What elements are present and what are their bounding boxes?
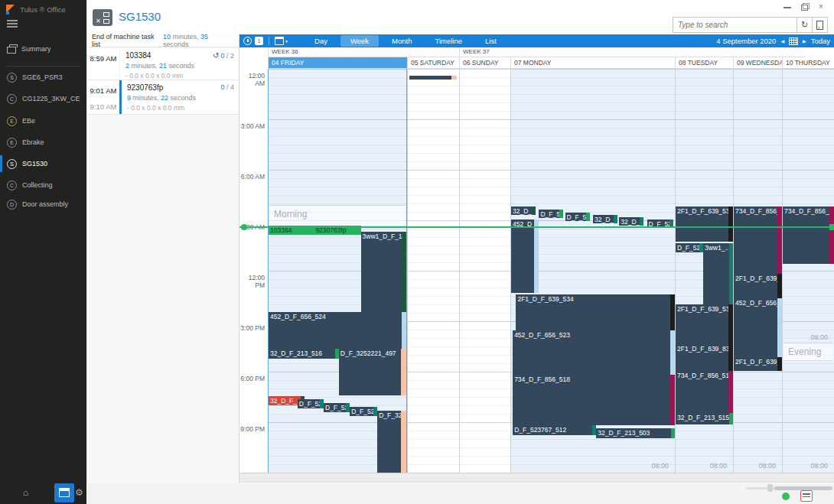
shift-duration-label: 08:00 <box>758 462 776 470</box>
calendar-event[interactable]: 32_D_F_213_515 <box>676 413 733 424</box>
day-column-05-saturday <box>407 69 459 473</box>
x-glyph: ✕ <box>96 18 101 24</box>
sidebar-item-collecting[interactable]: C Collecting <box>0 176 86 194</box>
day-column-09-wednesday: 734_D_F_856_5172F1_D_F_639_532452_D_F_65… <box>733 69 782 473</box>
time-label: 6:00 PM <box>239 375 265 382</box>
top-header: ✕ SG1530 ↻ × <box>86 0 834 34</box>
task-list-total: 10 minutes, 35 seconds <box>163 33 234 48</box>
day-column-06-sunday <box>459 69 510 473</box>
sidebar-item-sge6-psr3[interactable]: S SGE6_PSR3 <box>0 68 86 86</box>
shift-duration-label: 08:00 <box>651 462 669 470</box>
queue-badge: 1 <box>255 37 263 45</box>
task-time: 9:01 AM9:10 AM <box>87 80 119 114</box>
day-header-row: 04 FRIDAY05 SATURDAY06 SUNDAY07 MONDAY08… <box>239 57 834 69</box>
calendar-event[interactable]: 32_D_F_... <box>593 215 617 223</box>
calendar-event[interactable]: D_F_52... <box>539 210 563 218</box>
day-header-06-sunday[interactable]: 06 SUNDAY <box>459 57 510 69</box>
calendar-event[interactable]: 2F1_D_F_639_832_D... <box>676 344 733 371</box>
prev-icon[interactable]: ◀ <box>780 38 784 44</box>
day-column-04-friday: Morning1033849230763fp3ww1_D_F_13_4...45… <box>268 69 407 473</box>
sidebar: Tulus ® Office Summary S SGE6_PSR3 C CG1… <box>0 0 86 504</box>
calendar-event[interactable]: D_F_52... <box>298 399 324 408</box>
calendar-event[interactable]: 734_D_F_856_520 <box>783 206 834 264</box>
calendar-event[interactable]: 452_D_F_656_524 <box>269 312 406 349</box>
calendar-event[interactable]: 3ww1_D_F_13_4... <box>361 232 406 312</box>
day-header-08-tuesday[interactable]: 08 TUESDAY <box>675 57 733 69</box>
restore-button[interactable] <box>800 3 808 11</box>
week-header: WEEK 37 <box>459 47 806 57</box>
calendar-event[interactable]: 2F1_D_F_639_832... <box>734 357 782 371</box>
sidebar-item-label: Ebrake <box>22 138 44 146</box>
calendar-event[interactable]: D_F_32... <box>377 411 406 473</box>
date-grid-icon[interactable] <box>789 37 798 45</box>
summary-icon <box>7 47 16 54</box>
sidebar-item-door-assembly[interactable]: D Door assembly <box>0 195 86 213</box>
status-bar <box>86 483 834 504</box>
tab-month[interactable]: Month <box>382 35 422 47</box>
clock-icon[interactable] <box>243 37 252 45</box>
tab-timeline[interactable]: Timeline <box>425 35 472 47</box>
scrollbar-knob[interactable] <box>767 484 773 492</box>
task-row[interactable]: 9:01 AM9:10 AM 9230763fp 0 / 4 9 minutes… <box>87 80 239 115</box>
new-page-button[interactable] <box>813 17 828 33</box>
gear-icon[interactable]: ⚙ <box>75 487 83 498</box>
calendar-event[interactable]: 734_D_F_856_519 <box>676 371 733 413</box>
shift-section-morning: Morning <box>269 205 406 226</box>
calendar-event[interactable]: 734_D_F_856_517 <box>734 206 782 274</box>
task-row[interactable]: 8:59 AM 103384 ↺0 / 2 2 minutes, 21 seco… <box>87 48 239 80</box>
calendar-event[interactable]: 452_D_F_656_523 <box>513 330 675 375</box>
day-header-10-thursday[interactable]: 10 THURSDAY <box>782 57 834 69</box>
calendar-event[interactable] <box>409 76 457 80</box>
sidebar-item-summary[interactable]: Summary <box>0 40 86 58</box>
alert-list-icon[interactable] <box>800 490 813 502</box>
calendar-event[interactable]: 32_D_F_... <box>619 217 643 226</box>
calendar-event[interactable]: 2F1_D_F_639_531 <box>676 206 733 242</box>
sidebar-item-sg1530[interactable]: S SG1530 <box>0 154 86 173</box>
menu-icon[interactable] <box>7 20 18 28</box>
machine-letter-icon: S <box>7 73 17 83</box>
today-button[interactable]: Today <box>811 37 830 45</box>
calendar-event[interactable]: D_F_523... <box>676 243 703 252</box>
calendar-event[interactable]: 452_D_F_656_527 <box>734 298 782 357</box>
day-header-05-saturday[interactable]: 05 SATURDAY <box>407 57 459 69</box>
calendar-event[interactable]: 734_D_F_856_518 <box>513 375 675 425</box>
sidebar-item-ebrake[interactable]: E Ebrake <box>0 133 86 151</box>
calendar-event[interactable]: 2F1_D_F_639_534 <box>516 294 675 330</box>
day-header-09-wednesday[interactable]: 09 WEDNESDAY <box>733 57 782 69</box>
calendar-event[interactable]: D_F_523767_512 <box>513 425 596 435</box>
page-title: SG1530 <box>119 10 161 23</box>
minimize-button[interactable] <box>784 3 791 11</box>
calendar-event[interactable]: 32_D_F_... <box>511 206 536 215</box>
scheduler-calendar: 1 ▾ DayWeekMonthTimelineList 4 September… <box>239 34 834 483</box>
next-icon[interactable]: ▶ <box>803 38 806 44</box>
calendar-event[interactable]: D_F_3252221_497 <box>339 349 406 395</box>
scheduler-tab-active[interactable] <box>54 483 74 502</box>
calendar-event[interactable]: D_F_52... <box>565 213 590 221</box>
refresh-button[interactable]: ↻ <box>797 17 813 33</box>
calendar-event[interactable]: 2F1_D_F_639_532 <box>734 274 782 298</box>
calendar-event[interactable]: 32_D_F_213_516 <box>269 349 339 359</box>
sidebar-item-cg1225-3kw-ce[interactable]: C CG1225_3KW_CE <box>0 89 86 108</box>
calendar-picker-icon[interactable] <box>275 37 284 45</box>
machine-letter-icon: C <box>7 180 17 190</box>
tab-week[interactable]: Week <box>340 35 379 47</box>
calendar-event[interactable]: D_F_52... <box>350 407 377 416</box>
tab-list[interactable]: List <box>475 35 507 47</box>
sidebar-item-label: Collecting <box>22 181 53 189</box>
sidebar-item-label: EBe <box>22 117 35 125</box>
sidebar-item-label: SGE6_PSR3 <box>22 73 63 81</box>
calendar-event[interactable]: 32_D_F_213_503 <box>596 428 675 438</box>
tab-day[interactable]: Day <box>305 35 337 47</box>
calendar-event[interactable]: 452_D_... <box>511 219 539 293</box>
home-icon[interactable]: ⌂ <box>23 487 28 498</box>
sidebar-item-ebe[interactable]: E EBe <box>0 112 86 130</box>
day-header-07-monday[interactable]: 07 MONDAY <box>510 57 675 69</box>
close-button[interactable]: × <box>817 3 825 11</box>
calendar-event[interactable]: 2F1_D_F_639_533 <box>676 304 733 344</box>
calendar-event[interactable]: 3ww1_... <box>703 243 733 304</box>
calendar-event[interactable]: D_F_52... <box>324 403 350 412</box>
day-header-04-friday[interactable]: 04 FRIDAY <box>268 57 407 69</box>
tulus-logo-icon <box>6 5 15 14</box>
chevron-down-icon[interactable]: ▾ <box>285 38 288 44</box>
search-input[interactable] <box>673 17 797 33</box>
